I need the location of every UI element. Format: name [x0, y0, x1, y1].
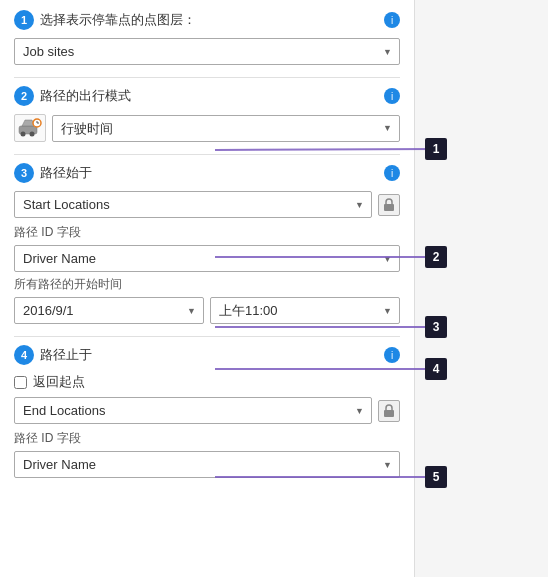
end-location-select[interactable]: End Locations — [14, 397, 372, 424]
connector-svg — [415, 0, 548, 577]
route-id-label-3: 路径 ID 字段 — [14, 224, 400, 241]
section-4-header: 4 路径止于 i — [14, 345, 400, 365]
end-location-select-wrapper: End Locations — [14, 397, 372, 424]
time-select-wrapper: 上午11:00 — [210, 297, 400, 324]
end-route-id-wrapper: Driver Name — [14, 451, 400, 478]
start-location-row: Start Locations — [14, 191, 400, 218]
layer-select-wrapper: Job sites — [14, 38, 400, 65]
section-1: 1 选择表示停靠点的点图层： i Job sites — [14, 10, 400, 65]
date-select-wrapper: 2016/9/1 — [14, 297, 204, 324]
mode-select[interactable]: 行驶时间 — [52, 115, 400, 142]
step-circle-4: 4 — [14, 345, 34, 365]
right-panel-inner: 1 2 3 4 5 — [415, 0, 548, 577]
section-2: 2 路径的出行模式 i — [14, 86, 400, 142]
start-location-select-wrapper: Start Locations — [14, 191, 372, 218]
form-panel: 1 选择表示停靠点的点图层： i Job sites 2 路径的出行模式 i — [0, 0, 415, 577]
car-clock-icon — [18, 118, 42, 138]
section-3-header: 3 路径始于 i — [14, 163, 400, 183]
layer-select[interactable]: Job sites — [14, 38, 400, 65]
info-icon-4[interactable]: i — [384, 347, 400, 363]
section-1-title: 选择表示停靠点的点图层： — [40, 11, 380, 29]
section-2-header: 2 路径的出行模式 i — [14, 86, 400, 106]
lock-svg — [383, 198, 395, 212]
start-route-id-select[interactable]: Driver Name — [14, 245, 400, 272]
rp-box-3: 3 — [425, 316, 447, 338]
svg-point-2 — [30, 132, 35, 137]
rp-box-1: 1 — [425, 138, 447, 160]
info-icon-3[interactable]: i — [384, 165, 400, 181]
time-select[interactable]: 上午11:00 — [210, 297, 400, 324]
section-2-title: 路径的出行模式 — [40, 87, 380, 105]
svg-rect-7 — [384, 204, 394, 211]
step-circle-1: 1 — [14, 10, 34, 30]
section-4-title: 路径止于 — [40, 346, 380, 364]
divider-2 — [14, 154, 400, 155]
section-3: 3 路径始于 i Start Locations 路径 ID 字段 — [14, 163, 400, 324]
date-select[interactable]: 2016/9/1 — [14, 297, 204, 324]
return-label[interactable]: 返回起点 — [33, 373, 85, 391]
start-route-id-wrapper: Driver Name — [14, 245, 400, 272]
start-time-label: 所有路径的开始时间 — [14, 276, 400, 293]
right-panel: 1 2 3 4 5 — [415, 0, 548, 577]
section-1-header: 1 选择表示停靠点的点图层： i — [14, 10, 400, 30]
section-3-title: 路径始于 — [40, 164, 380, 182]
svg-point-1 — [21, 132, 26, 137]
info-icon-2[interactable]: i — [384, 88, 400, 104]
start-location-select[interactable]: Start Locations — [14, 191, 372, 218]
step-circle-2: 2 — [14, 86, 34, 106]
step-circle-3: 3 — [14, 163, 34, 183]
divider-3 — [14, 336, 400, 337]
lock-svg-2 — [383, 404, 395, 418]
section-4: 4 路径止于 i 返回起点 End Locations — [14, 345, 400, 478]
divider-1 — [14, 77, 400, 78]
svg-rect-8 — [384, 410, 394, 417]
rp-box-5: 5 — [425, 466, 447, 488]
info-icon-1[interactable]: i — [384, 12, 400, 28]
date-time-row: 2016/9/1 上午11:00 — [14, 297, 400, 324]
return-checkbox-row: 返回起点 — [14, 373, 400, 391]
mode-row: 行驶时间 — [14, 114, 400, 142]
end-lock-icon[interactable] — [378, 400, 400, 422]
route-id-label-4: 路径 ID 字段 — [14, 430, 400, 447]
rp-box-4: 4 — [425, 358, 447, 380]
end-route-id-select[interactable]: Driver Name — [14, 451, 400, 478]
rp-box-2: 2 — [425, 246, 447, 268]
mode-select-wrapper: 行驶时间 — [52, 115, 400, 142]
start-lock-icon[interactable] — [378, 194, 400, 216]
mode-icon — [14, 114, 46, 142]
return-checkbox[interactable] — [14, 376, 27, 389]
end-location-row: End Locations — [14, 397, 400, 424]
